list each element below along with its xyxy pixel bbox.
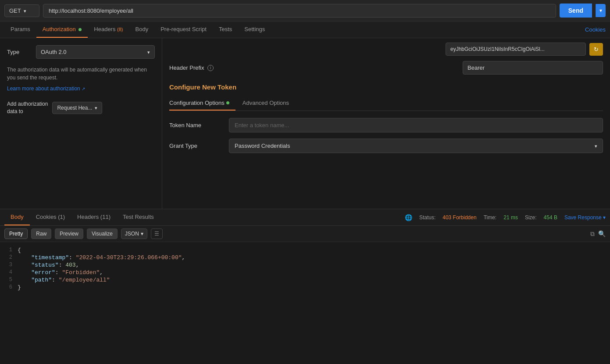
tab-authorization-label: Authorization: [43, 26, 76, 32]
status-label: Status:: [419, 214, 435, 221]
format-type-select[interactable]: JSON ▾: [121, 228, 147, 239]
grant-type-row: Grant Type Password Credentials: [169, 139, 603, 153]
add-auth-row: Add authorization data to Request Hea...: [7, 100, 155, 115]
format-btn-raw[interactable]: Raw: [31, 228, 51, 239]
tab-tests-label: Tests: [219, 26, 232, 32]
line-content-5: "path": "/employee/all": [18, 277, 610, 283]
response-tab-cookies[interactable]: Cookies (1): [30, 209, 71, 225]
response-area: Body Cookies (1) Headers (11) Test Resul…: [0, 209, 610, 364]
code-line-2: 2 "timestamp": "2022-04-30T23:29:26.066+…: [0, 254, 610, 261]
response-tab-body[interactable]: Body: [4, 209, 30, 225]
grant-type-chevron-icon: [595, 143, 597, 149]
response-tab-headers-label: Headers (11): [77, 214, 111, 220]
size-value: 454 B: [544, 214, 557, 221]
tab-prerequest-label: Pre-request Script: [161, 26, 207, 32]
format-btn-visualize[interactable]: Visualize: [87, 228, 118, 239]
size-label: Size:: [525, 214, 537, 221]
token-field-row: ↻: [169, 43, 603, 56]
grant-type-value: Password Credentials: [235, 143, 290, 149]
token-name-label: Token Name: [169, 122, 222, 128]
learn-more-link[interactable]: Learn more about authorization: [7, 86, 85, 92]
type-select[interactable]: OAuth 2.0: [36, 45, 155, 59]
format-btn-preview[interactable]: Preview: [55, 228, 83, 239]
add-auth-chevron-icon: [95, 105, 97, 111]
line-content-6: }: [18, 284, 610, 291]
tab-prerequest[interactable]: Pre-request Script: [154, 21, 213, 38]
url-bar: GET Send ▾: [0, 0, 610, 21]
authorization-active-dot: [78, 28, 82, 31]
config-tab-advanced-label: Advanced Options: [243, 100, 289, 106]
grant-type-select[interactable]: Password Credentials: [229, 139, 603, 153]
response-tab-body-label: Body: [11, 214, 24, 220]
header-prefix-label: Header Prefix i: [169, 64, 214, 71]
save-response-link[interactable]: Save Response ▾: [564, 214, 606, 221]
response-tab-test-results-label: Test Results: [123, 214, 154, 220]
line-content-4: "error": "Forbidden",: [18, 269, 610, 276]
main-content: Type OAuth 2.0 The authorization data wi…: [0, 38, 610, 209]
code-line-3: 3 "status": 403,: [0, 261, 610, 269]
config-tab-options-label: Configuration Options: [169, 100, 225, 106]
format-toolbar: Pretty Raw Preview Visualize JSON ▾ ☰ ⧉ …: [0, 226, 610, 242]
code-editor: 1 { 2 "timestamp": "2022-04-30T23:29:26.…: [0, 242, 610, 364]
add-auth-select[interactable]: Request Hea...: [52, 102, 102, 114]
line-num-2: 2: [0, 254, 18, 261]
tab-params[interactable]: Params: [4, 21, 36, 38]
right-panel: ↻ Header Prefix i Configure New Token Co…: [162, 38, 610, 209]
config-tab-options[interactable]: Configuration Options: [169, 96, 235, 111]
header-prefix-info-icon: i: [207, 65, 214, 71]
url-input[interactable]: [43, 4, 556, 18]
response-tab-bar: Body Cookies (1) Headers (11) Test Resul…: [0, 209, 610, 226]
copy-response-button[interactable]: ⧉: [590, 230, 595, 238]
tab-body-label: Body: [136, 26, 149, 32]
line-num-1: 1: [0, 247, 18, 253]
tab-authorization[interactable]: Authorization: [36, 21, 88, 38]
refresh-token-button[interactable]: ↻: [589, 43, 603, 56]
add-auth-value: Request Hea...: [57, 105, 92, 111]
format-btn-pretty[interactable]: Pretty: [4, 228, 28, 239]
cookies-link[interactable]: Cookies: [585, 26, 606, 33]
method-select[interactable]: GET: [4, 4, 39, 17]
line-content-1: {: [18, 247, 610, 253]
tab-headers-label: Headers: [94, 26, 117, 32]
status-bar: 🌐 Status: 403 Forbidden Time: 21 ms Size…: [405, 214, 606, 221]
line-num-3: 3: [0, 262, 18, 268]
token-name-input[interactable]: [229, 118, 603, 132]
token-value-input[interactable]: [446, 43, 586, 56]
line-num-4: 4: [0, 269, 18, 275]
format-type-chevron: ▾: [141, 231, 143, 237]
line-content-2: "timestamp": "2022-04-30T23:29:26.066+00…: [18, 254, 610, 261]
send-button[interactable]: Send: [560, 4, 592, 18]
code-line-5: 5 "path": "/employee/all": [0, 276, 610, 284]
header-prefix-input[interactable]: [463, 61, 603, 75]
time-value: 21 ms: [503, 214, 518, 221]
response-tab-headers[interactable]: Headers (11): [71, 209, 117, 225]
config-tabs: Configuration Options Advanced Options: [169, 96, 603, 111]
response-tab-test-results[interactable]: Test Results: [117, 209, 160, 225]
send-dropdown-button[interactable]: ▾: [596, 4, 606, 17]
config-tab-advanced[interactable]: Advanced Options: [243, 96, 295, 111]
add-auth-label2: data to: [7, 108, 48, 115]
code-line-6: 6 }: [0, 284, 610, 291]
left-panel: Type OAuth 2.0 The authorization data wi…: [0, 38, 162, 209]
tab-body[interactable]: Body: [129, 21, 155, 38]
token-name-row: Token Name: [169, 118, 603, 132]
method-label: GET: [9, 7, 21, 14]
config-options-dot: [226, 101, 229, 104]
tab-headers[interactable]: Headers (8): [88, 21, 129, 38]
request-tab-bar: Params Authorization Headers (8) Body Pr…: [0, 21, 610, 38]
tab-tests[interactable]: Tests: [213, 21, 238, 38]
line-num-6: 6: [0, 284, 18, 290]
status-code: 403 Forbidden: [442, 214, 476, 221]
method-chevron-icon: [24, 7, 26, 14]
search-response-button[interactable]: 🔍: [598, 230, 606, 237]
time-label: Time:: [484, 214, 497, 221]
tab-settings[interactable]: Settings: [238, 21, 271, 38]
header-prefix-row: Header Prefix i: [169, 61, 603, 75]
configure-title: Configure New Token: [169, 83, 603, 91]
type-value: OAuth 2.0: [41, 49, 67, 55]
grant-type-label: Grant Type: [169, 143, 222, 149]
globe-icon: 🌐: [405, 214, 412, 221]
format-type-label: JSON: [125, 231, 139, 237]
format-lines-button[interactable]: ☰: [151, 228, 163, 239]
line-content-3: "status": 403,: [18, 262, 610, 268]
